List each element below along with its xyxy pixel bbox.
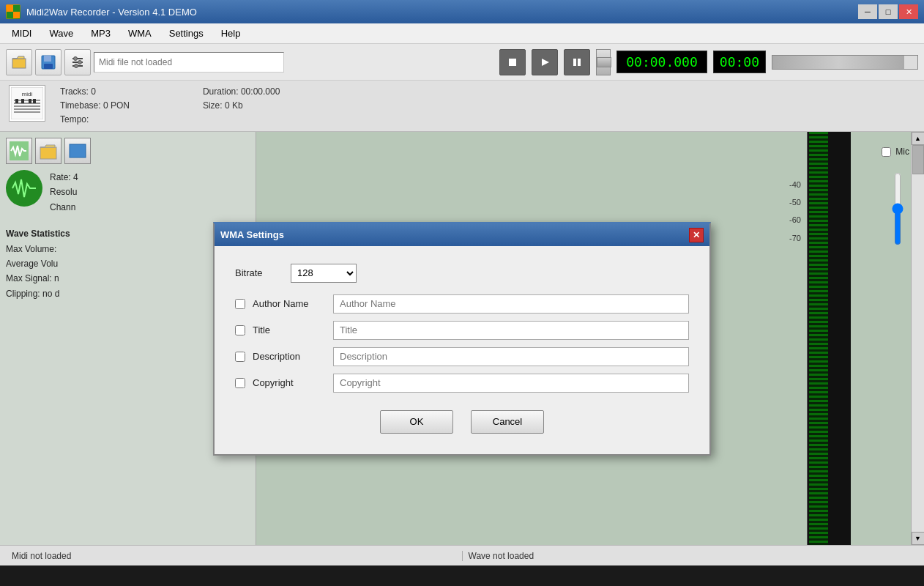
midi-icon: midi xyxy=(9,85,45,122)
timebase-label: Timebase: 0 PON xyxy=(60,99,130,113)
svg-rect-28 xyxy=(29,99,31,103)
time-display2: 00:00 xyxy=(713,51,766,73)
pause-button[interactable] xyxy=(564,49,590,75)
svg-rect-8 xyxy=(44,64,53,69)
menu-help[interactable]: Help xyxy=(212,25,250,42)
copyright-checkbox[interactable] xyxy=(235,378,245,388)
duration-info: Duration: 00:00.000 Size: 0 Kb xyxy=(203,85,280,113)
play-button[interactable] xyxy=(532,49,558,75)
svg-text:midi: midi xyxy=(22,91,33,97)
description-row: Description xyxy=(235,347,689,366)
menu-wave[interactable]: Wave xyxy=(40,25,82,42)
title-input[interactable] xyxy=(333,321,689,340)
dialog-overlay: WMA Settings ✕ Bitrate 64 96 128 160 192 xyxy=(0,132,924,545)
midi-file-input[interactable] xyxy=(94,52,284,73)
dialog-title-bar: WMA Settings ✕ xyxy=(215,224,709,246)
transport-controls: 00:00.000 00:00 xyxy=(499,49,918,75)
author-name-input[interactable] xyxy=(333,294,689,314)
title-bar: Midi2Wav Recorder - Version 4.1 DEMO ─ □… xyxy=(0,0,924,23)
title-row: Title xyxy=(235,321,689,340)
duration-label: Duration: 00:00.000 xyxy=(203,85,280,99)
svg-rect-3 xyxy=(13,12,20,18)
copyright-label: Copyright xyxy=(253,377,326,388)
svg-rect-4 xyxy=(12,59,26,68)
svg-marker-5 xyxy=(12,56,24,59)
menu-settings[interactable]: Settings xyxy=(160,25,212,42)
description-input[interactable] xyxy=(333,347,689,366)
dialog-body: Bitrate 64 96 128 160 192 256 320 xyxy=(215,246,709,454)
close-button[interactable]: ✕ xyxy=(899,4,918,19)
menu-wma[interactable]: WMA xyxy=(119,25,160,42)
dialog-close-button[interactable]: ✕ xyxy=(689,228,704,242)
settings-button[interactable] xyxy=(64,49,91,75)
title-checkbox[interactable] xyxy=(235,325,245,335)
bitrate-label: Bitrate xyxy=(235,267,279,278)
info-bar: midi Tracks: 0 Timebase: 0 PON Tempo: Du… xyxy=(0,81,924,132)
description-checkbox[interactable] xyxy=(235,352,245,362)
svg-point-14 xyxy=(75,64,78,67)
minimize-button[interactable]: ─ xyxy=(858,4,877,19)
window-controls: ─ □ ✕ xyxy=(858,4,918,19)
ok-button[interactable]: OK xyxy=(380,410,453,434)
svg-rect-26 xyxy=(15,99,18,103)
toolbar: 00:00.000 00:00 xyxy=(0,44,924,81)
status-wave: Wave not loaded xyxy=(463,551,919,561)
app-icon xyxy=(6,4,21,19)
app-title: Midi2Wav Recorder - Version 4.1 DEMO xyxy=(26,7,858,18)
main-content: Rate: 4 Resolu Chann Wave Statistics Max… xyxy=(0,132,924,545)
menu-midi[interactable]: MIDI xyxy=(3,25,40,42)
svg-rect-1 xyxy=(13,5,20,12)
maximize-button[interactable]: □ xyxy=(879,4,898,19)
dialog-buttons: OK Cancel xyxy=(235,410,689,440)
author-name-row: Author Name xyxy=(235,294,689,314)
bitrate-row: Bitrate 64 96 128 160 192 256 320 xyxy=(235,264,689,283)
bitrate-select[interactable]: 64 96 128 160 192 256 320 xyxy=(291,264,357,283)
cancel-button[interactable]: Cancel xyxy=(471,410,544,434)
title-label: Title xyxy=(253,324,326,335)
size-label: Size: 0 Kb xyxy=(203,99,280,113)
svg-rect-2 xyxy=(7,12,13,18)
status-midi: Midi not loaded xyxy=(6,551,463,561)
tracks-label: Tracks: 0 xyxy=(60,85,130,99)
menu-bar: MIDI Wave MP3 WMA Settings Help xyxy=(0,23,924,44)
copyright-input[interactable] xyxy=(333,374,689,393)
svg-rect-7 xyxy=(44,56,51,62)
author-name-checkbox[interactable] xyxy=(235,299,245,309)
copyright-row: Copyright xyxy=(235,374,689,393)
open-button[interactable] xyxy=(6,49,32,75)
svg-rect-15 xyxy=(509,59,516,66)
time-display: 00:00.000 xyxy=(616,51,707,73)
description-label: Description xyxy=(253,351,326,362)
status-bar: Midi not loaded Wave not loaded xyxy=(0,545,924,565)
svg-rect-18 xyxy=(578,59,581,66)
midi-info: Tracks: 0 Timebase: 0 PON Tempo: xyxy=(60,85,130,127)
svg-rect-17 xyxy=(573,59,576,66)
svg-point-13 xyxy=(78,60,82,64)
wma-settings-dialog: WMA Settings ✕ Bitrate 64 96 128 160 192 xyxy=(213,222,711,456)
svg-point-12 xyxy=(74,56,78,60)
dialog-title: WMA Settings xyxy=(220,229,689,240)
save-button[interactable] xyxy=(35,49,62,75)
stop-button[interactable] xyxy=(499,49,526,75)
svg-rect-27 xyxy=(21,99,24,103)
tempo-label: Tempo: xyxy=(60,113,130,127)
fields-section: Author Name Title Description xyxy=(235,294,689,393)
menu-mp3[interactable]: MP3 xyxy=(82,25,119,42)
svg-rect-0 xyxy=(7,5,13,12)
author-name-label: Author Name xyxy=(253,298,326,309)
svg-marker-16 xyxy=(542,59,549,66)
svg-rect-29 xyxy=(33,99,36,103)
